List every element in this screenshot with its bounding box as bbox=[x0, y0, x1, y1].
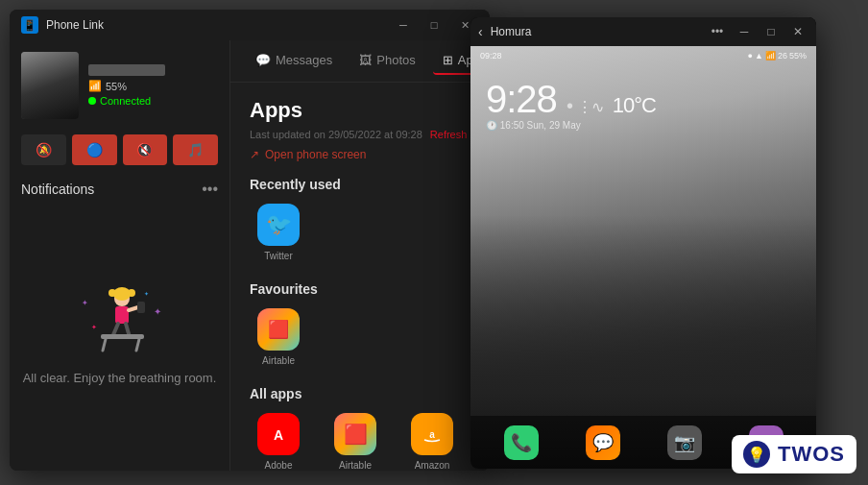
tab-photos[interactable]: 🖼 Photos bbox=[350, 47, 424, 75]
svg-text:✦: ✦ bbox=[144, 291, 149, 297]
silent-button[interactable]: 🔇 bbox=[123, 134, 168, 165]
twos-bulb-icon: 💡 bbox=[747, 446, 766, 464]
dock-messages[interactable]: 💬 bbox=[586, 425, 620, 460]
updated-text: Last updated on 29/05/2022 at 09:28 bbox=[250, 129, 422, 140]
main-content: 📶 55% Connected 🔕 🔵 🔇 🎵 bbox=[10, 40, 490, 471]
phone-status-icons: ● ▲ 📶 26 55% bbox=[748, 51, 807, 61]
svg-text:✦: ✦ bbox=[82, 299, 88, 307]
acrobat-name: Adobe Acrobat bbox=[250, 460, 307, 471]
dock-phone[interactable]: 📞 bbox=[504, 425, 539, 460]
minimize-button[interactable]: ─ bbox=[390, 15, 417, 35]
wifi-status-icon: 📶 bbox=[765, 51, 776, 61]
clock-separator: • bbox=[567, 95, 577, 116]
notifications-header: Notifications ••• bbox=[21, 181, 218, 198]
favourites-apps: 🟥 Airtable bbox=[250, 308, 470, 367]
recently-used-apps: 🐦 Twitter bbox=[250, 204, 470, 262]
svg-rect-10 bbox=[137, 302, 145, 313]
battery-level: 55% bbox=[106, 81, 127, 92]
battery-status: 55% bbox=[789, 51, 807, 61]
open-phone-label: Open phone screen bbox=[265, 148, 366, 161]
svg-point-6 bbox=[108, 289, 116, 297]
notifications-empty-state: ✦ ✦ ✦ ✦ bbox=[21, 209, 218, 459]
phone-titlebar: ‹ Homura ••• ─ □ ✕ bbox=[470, 17, 816, 46]
phone-window-title: Homura bbox=[491, 25, 532, 38]
clock-temp: 10°C bbox=[613, 93, 656, 117]
left-panel: 📶 55% Connected 🔕 🔵 🔇 🎵 bbox=[10, 40, 230, 471]
svg-text:a: a bbox=[429, 429, 435, 440]
device-name bbox=[88, 64, 165, 76]
favourites-title: Favourites bbox=[250, 281, 470, 297]
apps-updated-row: Last updated on 29/05/2022 at 09:28 Refr… bbox=[250, 129, 470, 140]
airtable-all-name: Airtable bbox=[339, 460, 372, 471]
notifications-section: Notifications ••• ✦ ✦ ✦ ✦ bbox=[21, 181, 218, 459]
empty-illustration: ✦ ✦ ✦ ✦ bbox=[72, 281, 168, 358]
right-panel: 💬 Messages 🖼 Photos ⊞ Apps 📞 Calls bbox=[230, 40, 490, 471]
device-info: 📶 55% Connected bbox=[21, 52, 218, 119]
phone-clock-widget: 9:28 • ⋮∿ 10°C 🕐 16:50 Sun, 29 May bbox=[486, 80, 656, 131]
wifi-icon: 📶 bbox=[88, 80, 102, 92]
tab-messages[interactable]: 💬 Messages bbox=[246, 47, 342, 75]
phone-more-icon[interactable]: ••• bbox=[707, 21, 728, 42]
open-phone-button[interactable]: ↗ Open phone screen bbox=[250, 148, 366, 161]
phone-link-window: 📱 Phone Link ─ □ ✕ 📶 55% bbox=[10, 10, 490, 471]
window-title: Phone Link bbox=[46, 18, 104, 32]
dock-camera[interactable]: 📷 bbox=[667, 425, 702, 460]
twos-logo: 💡 bbox=[743, 441, 770, 468]
phone-nav-left: ‹ Homura bbox=[478, 24, 531, 39]
open-phone-arrow-icon: ↗ bbox=[250, 148, 259, 161]
svg-line-15 bbox=[136, 339, 139, 351]
svg-text:✦: ✦ bbox=[91, 324, 97, 330]
mute-button[interactable]: 🔕 bbox=[21, 134, 66, 165]
relax-illustration: ✦ ✦ ✦ ✦ bbox=[72, 281, 168, 358]
airtable-fav-name: Airtable bbox=[262, 355, 295, 367]
svg-rect-8 bbox=[115, 306, 129, 324]
twitter-icon: 🐦 bbox=[257, 204, 300, 246]
photos-label: Photos bbox=[376, 53, 415, 67]
phone-minimize-btn[interactable]: ─ bbox=[734, 21, 755, 42]
app-twitter[interactable]: 🐦 Twitter bbox=[250, 204, 307, 262]
phone-status-time: 09:28 bbox=[480, 51, 502, 61]
notifications-more-icon[interactable]: ••• bbox=[202, 181, 218, 198]
apps-page-title: Apps bbox=[250, 98, 470, 123]
phone-close-btn[interactable]: ✕ bbox=[787, 21, 808, 42]
phone-maximize-btn[interactable]: □ bbox=[760, 21, 782, 42]
refresh-link[interactable]: Refresh bbox=[430, 129, 468, 140]
title-bar-left: 📱 Phone Link bbox=[21, 16, 104, 34]
maximize-button[interactable]: □ bbox=[421, 15, 447, 35]
notifications-title: Notifications bbox=[21, 182, 94, 197]
back-button[interactable]: ‹ bbox=[478, 24, 483, 39]
svg-line-14 bbox=[103, 339, 106, 351]
phone-screen-window: ‹ Homura ••• ─ □ ✕ 09:28 ● ▲ 📶 26 55% bbox=[470, 17, 816, 469]
device-details: 📶 55% Connected bbox=[88, 64, 218, 107]
action-buttons: 🔕 🔵 🔇 🎵 bbox=[21, 134, 218, 165]
photos-icon: 🖼 bbox=[359, 53, 372, 67]
app-airtable-fav[interactable]: 🟥 Airtable bbox=[250, 308, 307, 367]
music-button[interactable]: 🎵 bbox=[173, 134, 218, 165]
device-thumbnail bbox=[21, 52, 79, 119]
signal-icon: ● bbox=[748, 51, 753, 61]
app-amazon[interactable]: a Amazon bbox=[403, 413, 461, 471]
connected-text: Connected bbox=[100, 95, 151, 107]
twitter-name: Twitter bbox=[264, 251, 292, 262]
messages-icon: 💬 bbox=[255, 53, 271, 67]
app-airtable[interactable]: 🟥 Airtable bbox=[326, 413, 384, 471]
twos-watermark: 💡 TWOS bbox=[732, 435, 856, 473]
clock-hour: 9:28 bbox=[486, 78, 557, 120]
connected-row: Connected bbox=[88, 95, 218, 107]
app-adobe-acrobat[interactable]: A Adobe Acrobat bbox=[250, 413, 307, 471]
apps-content: Apps Last updated on 29/05/2022 at 09:28… bbox=[230, 83, 490, 471]
app-icon: 📱 bbox=[21, 16, 38, 34]
app-logo: 📱 bbox=[23, 19, 36, 32]
notifications-empty-text: All clear. Enjoy the breathing room. bbox=[23, 370, 217, 387]
all-apps-list: A Adobe Acrobat 🟥 Airtable a bbox=[250, 413, 470, 471]
phone-status-bar: 09:28 ● ▲ 📶 26 55% bbox=[470, 46, 816, 65]
airtable-all-icon: 🟥 bbox=[334, 413, 376, 455]
connected-dot bbox=[88, 97, 96, 105]
bluetooth-button[interactable]: 🔵 bbox=[72, 134, 117, 165]
all-apps-title: All apps bbox=[250, 386, 470, 401]
svg-point-7 bbox=[128, 289, 135, 297]
clock-icon: ⋮∿ bbox=[577, 99, 603, 115]
network-icon: ▲ bbox=[755, 51, 763, 61]
svg-text:A: A bbox=[274, 427, 283, 443]
network-type: 26 bbox=[778, 51, 787, 61]
